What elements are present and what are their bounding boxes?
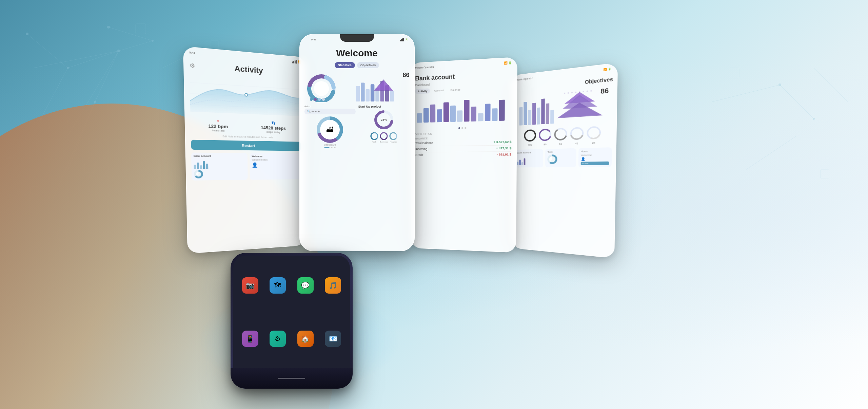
svg-point-83 [583,91,584,93]
svg-line-13 [780,85,814,119]
svg-rect-73 [471,107,476,122]
search-bar[interactable]: 🔍 Search... [304,109,356,114]
balance-section: BALANCE Total Balance + 3.527,62 $ Incom… [415,136,511,157]
svg-point-43 [310,98,313,101]
svg-line-12 [712,85,780,102]
svg-line-33 [190,82,301,90]
svg-point-64 [390,133,397,140]
phone-welcome-content: Welcome Statistics Objectives [300,44,414,251]
svg-point-101 [525,130,535,141]
svg-rect-68 [437,109,442,122]
percent-value: 78% [381,118,387,122]
phone-activity: 9:41 📶 ⚙ Activity ··· [183,46,306,254]
heart-rate-value: 122 bpm [208,124,228,129]
welcome-title: Welcome [304,48,410,59]
app-icon-music[interactable]: 🎵 [325,277,341,294]
phone-app-grid: 📷 🗺 💬 🎵 📱 ⚙ 🏠 📧 [233,256,350,368]
gear-icon: ⚙ [189,62,195,69]
activity-stats: ♥ 122 bpm heart rate 👣 14528 steps steps… [190,118,301,134]
svg-point-20 [26,33,28,35]
mini-bars-bank [517,155,541,165]
app-icon-phone[interactable]: 📱 [242,331,258,347]
phone-bank: Mobile Operator 📶 🔋 Bank account Dashboa… [410,57,517,253]
tab-objectives[interactable]: Objectives [357,62,379,68]
svg-rect-32 [821,170,829,178]
svg-rect-96 [537,108,540,125]
svg-point-78 [564,93,565,94]
svg-point-79 [567,92,569,94]
steps-value: 14528 steps [261,125,286,131]
svg-point-46 [322,98,325,101]
svg-rect-92 [519,107,522,126]
objectives-bottom-cards: Bank account Task [515,147,612,167]
svg-rect-72 [464,100,469,122]
phone-notch [340,34,374,42]
svg-line-0 [34,51,119,68]
svg-line-15 [814,68,848,102]
app-icon-home[interactable]: 🏠 [297,331,314,347]
svg-rect-50 [370,84,374,101]
phones-container: 9:41 📶 ⚙ Activity ··· [112,27,688,333]
mini-card-welcome: Welcome Welcome back 👤 [250,153,301,180]
bottom-section: Artist 🔍 Search... 🏙 Dashboard [304,105,410,148]
svg-line-14 [746,136,797,170]
svg-point-45 [318,98,321,101]
svg-rect-47 [356,86,359,101]
svg-line-5 [27,34,68,68]
welcome-tabs: Statistics Objectives [304,62,410,68]
donut-chart-area [304,72,342,102]
objectives-card-home: Home Welcome 👤 Action [578,147,612,167]
app-icon-settings[interactable]: ⚙ [270,331,286,347]
svg-point-25 [813,118,815,120]
svg-rect-67 [430,105,435,123]
phone-objectives: Mobile Operator 📶 🔋 Objectives 86 [511,62,618,258]
activity-title: Activity [234,64,263,75]
charts-row: 86 [304,72,410,102]
circle-61: 61 [554,127,568,145]
svg-rect-54 [390,91,394,102]
svg-point-81 [575,92,576,93]
svg-rect-70 [450,106,455,122]
phone-bottom-bar [231,368,353,389]
activity-subtitle: Edit Note in focus 45 minutes and 34 sec… [191,134,301,139]
app-icon-email[interactable]: 📧 [325,331,341,347]
artist-label: Artist [304,105,356,108]
phone-bank-content: Bank account Dashboard Activity Account … [410,67,517,252]
svg-rect-71 [457,110,462,122]
objectives-triangle: 86 [515,85,613,127]
svg-rect-99 [550,110,554,124]
svg-rect-93 [524,102,527,125]
svg-rect-94 [528,110,531,125]
svg-line-6 [68,51,119,68]
svg-point-103 [539,129,551,141]
svg-rect-74 [478,113,484,122]
bank-dots [415,126,511,130]
circle-86: 86 [538,128,552,146]
app-icon-messages[interactable]: 💬 [297,277,314,294]
svg-rect-98 [546,103,549,124]
svg-point-44 [314,98,317,101]
svg-point-80 [571,92,572,94]
mini-card-bank: Bank account [191,153,248,181]
balance-row-credit: Credit - 691,91 $ [415,153,511,157]
tab-activity[interactable]: Activity [415,88,430,94]
svg-marker-56 [375,81,392,90]
restart-button[interactable]: Restart [191,140,301,151]
svg-point-18 [67,67,69,69]
objectives-card-bank: Bank account [515,149,543,167]
svg-rect-65 [417,113,422,123]
tab-statistics[interactable]: Statistics [335,62,355,68]
app-icon-maps[interactable]: 🗺 [270,277,286,294]
svg-rect-49 [366,89,369,101]
circle-28: 28 [586,126,601,144]
svg-rect-75 [485,104,490,121]
app-icon-camera[interactable]: 📷 [242,277,258,294]
violet-label: Violet KS [415,131,511,136]
svg-rect-48 [361,83,364,102]
svg-point-84 [586,90,588,92]
heart-rate-stat: ♥ 122 bpm heart rate [208,119,228,132]
mini-bar-chart [194,158,245,169]
objectives-circles: 100 86 61 41 28 [515,125,612,146]
tab-balance[interactable]: Balance [448,87,463,93]
tab-account[interactable]: Account [431,88,447,93]
